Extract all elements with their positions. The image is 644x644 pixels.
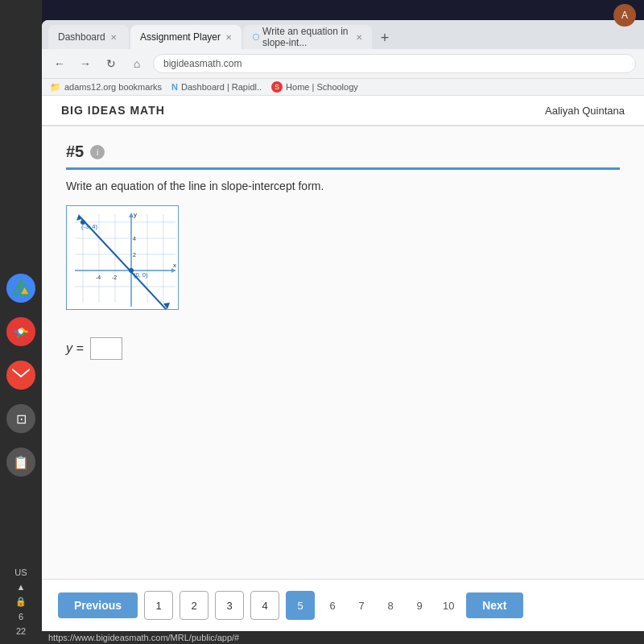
- browser-window: Dashboard ✕ Assignment Player ✕ Write an…: [42, 20, 644, 644]
- clipboard-icon[interactable]: 📋: [6, 448, 35, 477]
- bim-logo: BIG IDEAS MATH: [61, 104, 165, 117]
- taskbar: ⊡ 📋 US ▲ 🔒 6 22: [0, 0, 42, 644]
- bookmark-dashboard[interactable]: N Dashboard | Rapidl..: [171, 82, 262, 92]
- bookmark-schoology-label: Home | Schoology: [286, 82, 358, 92]
- svg-text:4: 4: [133, 236, 136, 242]
- date: 22: [16, 626, 26, 636]
- page-5-button[interactable]: 5: [286, 591, 315, 620]
- page-10-label: 10: [437, 600, 460, 612]
- user-avatar: A: [613, 4, 636, 27]
- tab-slope-close[interactable]: ✕: [356, 33, 362, 42]
- chrome-icon[interactable]: [6, 317, 35, 346]
- tab-assignment[interactable]: Assignment Player ✕: [130, 25, 242, 49]
- url-box[interactable]: bigideasmath.com: [153, 54, 636, 73]
- question-area: #5 i Write an equation of the line in sl…: [42, 126, 644, 579]
- home-button[interactable]: ⌂: [127, 54, 147, 73]
- svg-text:x: x: [173, 262, 176, 269]
- svg-text:2: 2: [133, 252, 136, 258]
- tab-bar: Dashboard ✕ Assignment Player ✕ Write an…: [42, 20, 644, 49]
- user-name: Aaliyah Quintana: [545, 105, 625, 117]
- address-bar: ← → ↻ ⌂ bigideasmath.com: [42, 49, 644, 79]
- page-2-button[interactable]: 2: [180, 591, 208, 620]
- bookmark-schoology[interactable]: S Home | Schoology: [271, 81, 358, 93]
- page-8-label: 8: [379, 600, 402, 612]
- screenshot-icon[interactable]: ⊡: [6, 404, 35, 433]
- keyboard-lang: US: [14, 568, 27, 577]
- dashboard-icon: N: [171, 82, 178, 92]
- clock: 6: [19, 612, 23, 621]
- tab-slope[interactable]: Write an equation in slope-int... ✕: [243, 25, 372, 49]
- tab-dashboard-close[interactable]: ✕: [110, 33, 117, 42]
- svg-point-34: [80, 220, 85, 225]
- battery-icon: 🔒: [15, 597, 27, 607]
- page-4-button[interactable]: 4: [250, 591, 279, 620]
- schoology-icon: S: [271, 81, 283, 93]
- bookmark-dashboard-label: Dashboard | Rapidl..: [181, 82, 262, 92]
- next-button[interactable]: Next: [466, 592, 522, 618]
- page-9-label: 9: [408, 600, 431, 612]
- reload-button[interactable]: ↻: [101, 54, 121, 73]
- bookmark-adams[interactable]: 📁 adams12.org bookmarks: [50, 82, 162, 93]
- status-bar: https://www.bigideasmath.com/MRL/public/…: [42, 631, 644, 644]
- bookmarks-bar: 📁 adams12.org bookmarks N Dashboard | Ra…: [42, 79, 644, 96]
- page-7-label: 7: [350, 600, 373, 612]
- question-number: #5: [66, 142, 84, 161]
- nav-bar: Previous 1 2 3 4 5 6 7 8 9 10 Next: [42, 579, 644, 631]
- page-6-label: 6: [321, 600, 344, 612]
- folder-icon: 📁: [50, 82, 61, 93]
- svg-text:(0, 0): (0, 0): [134, 271, 148, 279]
- page-3-button[interactable]: 3: [215, 591, 244, 620]
- page-1-button[interactable]: 1: [144, 591, 173, 620]
- svg-point-7: [253, 34, 258, 39]
- tab-dashboard-label: Dashboard: [58, 31, 105, 43]
- drive-icon[interactable]: [6, 274, 35, 303]
- status-url: https://www.bigideasmath.com/MRL/public/…: [48, 633, 239, 642]
- graph-container: x y -4 -2 4 2: [66, 205, 179, 313]
- forward-button[interactable]: →: [76, 54, 95, 73]
- previous-button[interactable]: Previous: [58, 592, 138, 618]
- bim-header: BIG IDEAS MATH Aaliyah Quintana: [42, 96, 644, 126]
- gmail-icon[interactable]: [6, 361, 35, 390]
- content-area: BIG IDEAS MATH Aaliyah Quintana #5 i Wri…: [42, 96, 644, 644]
- svg-text:-2: -2: [112, 275, 117, 280]
- svg-point-35: [129, 268, 134, 273]
- svg-text:y: y: [134, 211, 137, 218]
- tab-dashboard[interactable]: Dashboard ✕: [48, 25, 129, 49]
- wifi-icon: ▲: [17, 582, 26, 592]
- question-text: Write an equation of the line in slope-i…: [66, 180, 620, 192]
- tab-assignment-close[interactable]: ✕: [225, 33, 232, 42]
- tab-slope-label: Write an equation in slope-int...: [262, 26, 351, 48]
- info-icon[interactable]: i: [90, 145, 105, 159]
- answer-row: y =: [66, 337, 620, 360]
- tab-assignment-label: Assignment Player: [140, 31, 221, 43]
- bookmark-adams-label: adams12.org bookmarks: [64, 82, 162, 92]
- question-header: #5 i: [66, 142, 620, 170]
- new-tab-button[interactable]: +: [374, 27, 396, 49]
- url-text: bigideasmath.com: [163, 58, 242, 69]
- answer-input[interactable]: [90, 337, 122, 360]
- y-equals-label: y =: [66, 341, 84, 356]
- back-button[interactable]: ←: [50, 54, 69, 73]
- graph-svg: x y -4 -2 4 2: [66, 205, 179, 310]
- svg-text:-4: -4: [96, 275, 101, 280]
- svg-rect-6: [12, 368, 30, 382]
